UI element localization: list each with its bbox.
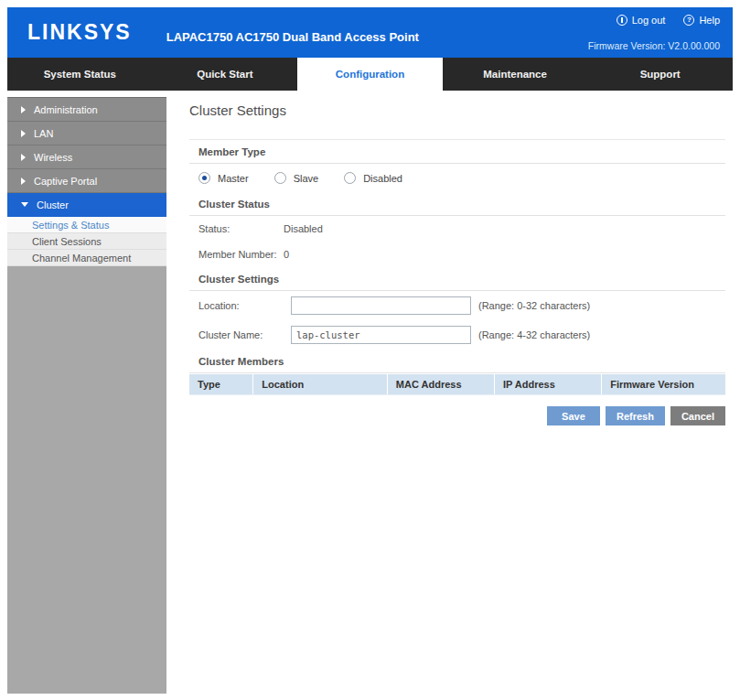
radio-master-label: Master — [218, 173, 249, 184]
column-header-ip-address: IP Address — [495, 374, 602, 394]
tab-support[interactable]: Support — [587, 58, 733, 91]
linksys-logo: LINKSYS — [7, 7, 132, 58]
member-number-value: 0 — [284, 249, 289, 260]
sidebar-item-wireless[interactable]: Wireless — [7, 145, 166, 169]
column-header-firmware-version: Firmware Version — [602, 374, 725, 394]
power-icon — [617, 15, 627, 26]
firmware-version: Firmware Version: V2.0.00.000 — [588, 40, 720, 51]
product-title: LAPAC1750 AC1750 Dual Band Access Point — [166, 7, 419, 58]
tab-maintenance[interactable]: Maintenance — [443, 58, 588, 91]
help-link[interactable]: ? Help — [683, 15, 720, 26]
cluster-name-input[interactable] — [291, 326, 471, 344]
member-type-heading: Member Type — [189, 139, 725, 164]
sidebar: Administration LAN Wireless Captive Port… — [7, 97, 166, 694]
refresh-button[interactable]: Refresh — [606, 406, 665, 425]
radio-master[interactable]: Master — [198, 172, 249, 184]
main-panel: Cluster Settings Member Type Master Slav… — [166, 91, 733, 694]
location-input[interactable] — [291, 296, 471, 315]
location-label: Location: — [198, 300, 291, 311]
radio-disabled-label: Disabled — [363, 173, 402, 184]
header-right: Log out ? Help Firmware Version: V2.0.00… — [588, 7, 733, 58]
status-label: Status: — [198, 223, 284, 234]
question-icon: ? — [683, 15, 694, 26]
chevron-right-icon — [21, 154, 26, 161]
member-number-row: Member Number: 0 — [189, 242, 725, 267]
radio-slave-label: Slave — [294, 173, 319, 184]
radio-disabled-icon[interactable] — [344, 172, 356, 184]
radio-slave[interactable]: Slave — [274, 172, 319, 184]
main-nav-tabbar: System Status Quick Start Configuration … — [7, 58, 733, 91]
cluster-status-heading: Cluster Status — [189, 192, 725, 216]
status-value: Disabled — [284, 223, 323, 234]
logout-label: Log out — [632, 15, 666, 26]
help-label: Help — [699, 15, 720, 26]
cancel-button[interactable]: Cancel — [670, 406, 725, 425]
cluster-submenu: Settings & Status Client Sessions Channe… — [7, 217, 166, 266]
column-header-type: Type — [189, 374, 253, 394]
status-row: Status: Disabled — [189, 216, 725, 242]
tab-system-status[interactable]: System Status — [7, 58, 153, 91]
cluster-name-row: Cluster Name: (Range: 4-32 characters) — [189, 320, 725, 350]
logout-link[interactable]: Log out — [617, 15, 666, 26]
page-title: Cluster Settings — [189, 102, 733, 118]
sidebar-item-cluster[interactable]: Cluster — [7, 193, 166, 217]
member-number-label: Member Number: — [198, 249, 284, 260]
content-area: Administration LAN Wireless Captive Port… — [7, 91, 733, 694]
column-header-location: Location — [253, 374, 388, 394]
chevron-right-icon — [21, 106, 26, 113]
sidebar-item-lan[interactable]: LAN — [7, 122, 166, 145]
cluster-name-hint: (Range: 4-32 characters) — [478, 329, 590, 340]
save-button[interactable]: Save — [547, 406, 600, 425]
sidebar-item-label: Administration — [34, 104, 98, 115]
sidebar-item-label: Cluster — [37, 199, 69, 210]
cluster-settings-heading: Cluster Settings — [189, 267, 725, 291]
sidebar-item-label: Captive Portal — [34, 176, 97, 187]
table-header-row: Type Location MAC Address IP Address Fir… — [189, 374, 725, 395]
cluster-members-table: Type Location MAC Address IP Address Fir… — [189, 374, 725, 395]
sidebar-subitem-channel-management[interactable]: Channel Management — [7, 250, 166, 266]
sidebar-subitem-client-sessions[interactable]: Client Sessions — [7, 233, 166, 250]
cluster-members-heading: Cluster Members — [189, 350, 725, 373]
cluster-form: Member Type Master Slave Disabled — [189, 139, 725, 395]
location-row: Location: (Range: 0-32 characters) — [189, 291, 725, 320]
sidebar-subitem-settings-status[interactable]: Settings & Status — [7, 217, 166, 233]
sidebar-item-label: Wireless — [34, 152, 72, 163]
sidebar-filler — [7, 266, 166, 694]
column-header-mac-address: MAC Address — [388, 374, 495, 394]
radio-master-icon[interactable] — [198, 172, 210, 184]
header-links: Log out ? Help — [617, 15, 720, 26]
radio-slave-icon[interactable] — [274, 172, 286, 184]
action-buttons: Save Refresh Cancel — [189, 406, 725, 425]
chevron-right-icon — [21, 178, 26, 185]
sidebar-item-administration[interactable]: Administration — [7, 98, 166, 122]
radio-disabled[interactable]: Disabled — [344, 172, 402, 184]
page: LINKSYS LAPAC1750 AC1750 Dual Band Acces… — [7, 7, 733, 694]
sidebar-item-label: LAN — [34, 128, 53, 139]
member-type-options: Master Slave Disabled — [189, 164, 725, 192]
chevron-down-icon — [21, 202, 28, 207]
header: LINKSYS LAPAC1750 AC1750 Dual Band Acces… — [7, 7, 733, 58]
tab-quick-start[interactable]: Quick Start — [153, 58, 298, 91]
cluster-name-label: Cluster Name: — [198, 329, 291, 340]
tab-configuration[interactable]: Configuration — [297, 58, 443, 91]
location-hint: (Range: 0-32 characters) — [478, 300, 590, 311]
chevron-right-icon — [21, 130, 26, 137]
sidebar-item-captive-portal[interactable]: Captive Portal — [7, 169, 166, 193]
